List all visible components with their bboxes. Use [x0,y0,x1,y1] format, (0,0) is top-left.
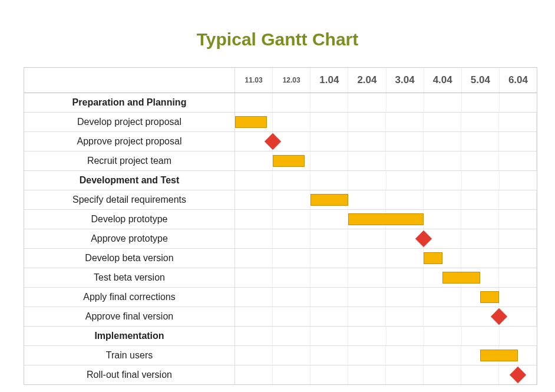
gantt-cell [348,288,386,307]
gantt-cell [348,365,386,384]
gantt-cell [235,249,273,268]
gantt-cell [273,268,310,287]
gantt-cell [424,288,461,307]
gantt-group-row: Development and Test [24,171,537,190]
gantt-cell [310,113,348,131]
gantt-cell [499,190,537,209]
gantt-chart: 11.0312.031.042.043.044.045.046.04Prepar… [24,67,537,385]
gantt-cell [235,307,273,326]
gantt-cell [235,190,273,209]
gantt-cell [386,132,424,151]
gantt-cell [499,113,537,131]
gantt-task-label: Approve prototype [24,229,235,248]
gantt-cell [461,132,499,151]
gantt-bar [424,252,442,264]
gantt-row-timeline [235,132,537,151]
gantt-cell [424,190,461,209]
gantt-cell [499,151,537,170]
gantt-cell [386,249,424,268]
gantt-cell [348,249,386,268]
gantt-cell [461,151,499,170]
chart-title: Typical Gantt Chart [24,29,531,50]
gantt-cell [235,268,273,287]
gantt-cell [500,327,537,345]
gantt-cell [499,288,537,307]
gantt-row-timeline [235,268,537,287]
gantt-task-label: Train users [24,346,235,365]
gantt-cell [499,210,537,229]
gantt-cell [424,327,462,345]
gantt-cell [461,210,499,229]
gantt-row-timeline [235,151,537,170]
gantt-cell [348,327,386,345]
gantt-bar [480,291,499,303]
gantt-cell [424,346,461,365]
gantt-cell [235,327,273,345]
gantt-cell [499,132,537,151]
gantt-task-label: Develop prototype [24,210,235,229]
gantt-header-col: 5.04 [462,68,500,93]
gantt-bar [442,272,480,284]
gantt-cell [424,151,461,170]
gantt-cell [348,132,386,151]
gantt-task-label: Specify detail requirements [24,190,235,209]
gantt-group-label: Implementation [24,327,235,345]
gantt-cell [386,93,424,112]
gantt-row-timeline [235,190,537,209]
gantt-cell [424,210,461,229]
gantt-header-col: 3.04 [386,68,424,93]
gantt-cell [386,171,424,190]
gantt-task-label: Approve final version [24,307,235,326]
gantt-group-row: Preparation and Planning [24,93,537,113]
gantt-cell [386,151,424,170]
gantt-cell [273,171,310,190]
gantt-cell [273,229,310,248]
gantt-task-label: Apply final corrections [24,288,235,307]
gantt-task-row: Train users [24,346,537,365]
gantt-header-col: 1.04 [310,68,348,93]
gantt-cell [310,327,348,345]
gantt-bar [273,155,305,167]
gantt-task-row: Develop beta version [24,249,537,268]
gantt-cell [310,210,348,229]
gantt-cell [348,268,386,287]
gantt-cell [235,346,273,365]
gantt-row-timeline [235,113,537,131]
gantt-cell [348,307,386,326]
gantt-cell [273,190,310,209]
gantt-cell [310,365,348,384]
gantt-task-label: Test beta version [24,268,235,287]
gantt-row-timeline [235,210,537,229]
gantt-task-row: Approve project proposal [24,132,537,151]
gantt-task-label: Roll-out final version [24,365,235,384]
gantt-row-timeline [235,229,537,248]
gantt-header-col: 12.03 [273,68,310,93]
gantt-cell [273,307,310,326]
gantt-cell [235,171,273,190]
gantt-cell [310,249,348,268]
gantt-cell [424,307,461,326]
gantt-header-blank [24,68,235,93]
gantt-group-row: Implementation [24,327,537,346]
gantt-cell [273,365,310,384]
gantt-cell [310,288,348,307]
gantt-cell [348,346,386,365]
gantt-header-col: 6.04 [500,68,537,93]
gantt-cell [386,190,424,209]
gantt-cell [499,268,537,287]
gantt-task-row: Apply final corrections [24,288,537,307]
gantt-header-col: 4.04 [424,68,462,93]
gantt-cell [424,365,461,384]
gantt-task-row: Develop project proposal [24,113,537,132]
gantt-cell [310,229,348,248]
gantt-cell [310,307,348,326]
gantt-cell [235,229,273,248]
gantt-cell [273,113,310,131]
gantt-task-label: Develop project proposal [24,113,235,131]
gantt-cell [386,288,424,307]
gantt-task-row: Approve prototype [24,229,537,249]
gantt-task-row: Test beta version [24,268,537,288]
gantt-task-label: Approve project proposal [24,132,235,151]
gantt-cell [424,113,461,131]
gantt-cell [386,346,424,365]
